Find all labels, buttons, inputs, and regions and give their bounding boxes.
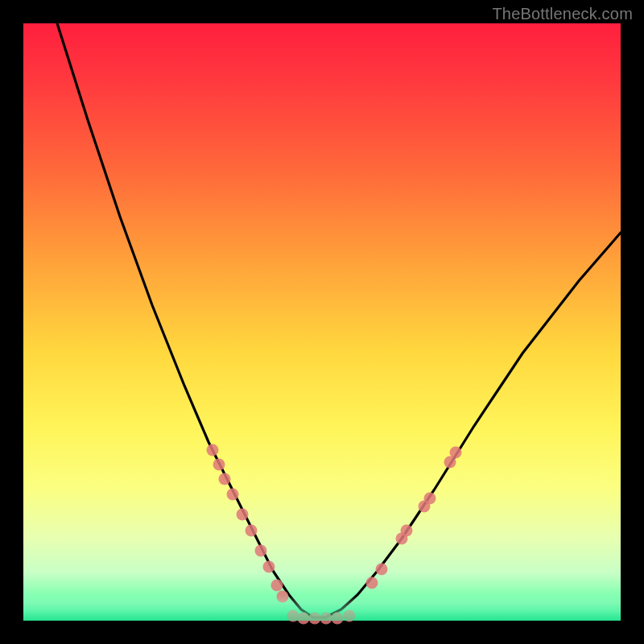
watermark-text: TheBottleneck.com [492,5,633,23]
curve-marker [344,610,356,622]
curve-marker [332,613,344,625]
bottleneck-curve-path [57,23,621,617]
chart-svg [23,23,621,621]
curve-marker [309,613,321,625]
curve-marker [277,591,289,603]
chart-plot-area [23,23,621,621]
curve-marker [376,564,388,576]
curve-marker [246,525,258,537]
curve-marker [366,577,378,589]
curve-marker [401,525,413,537]
curve-marker [237,509,249,521]
curve-marker [320,613,332,625]
curve-marker [263,561,275,573]
curve-marker [271,580,283,592]
curve-marker [219,473,231,485]
curve-marker [213,459,225,471]
curve-marker [207,444,219,456]
curve-marker [424,493,436,505]
curve-marker [227,489,239,501]
curve-marker [287,610,299,622]
curve-marker [255,545,267,557]
curve-marker [450,447,462,459]
curve-marker [298,613,310,625]
marker-group [207,444,462,625]
